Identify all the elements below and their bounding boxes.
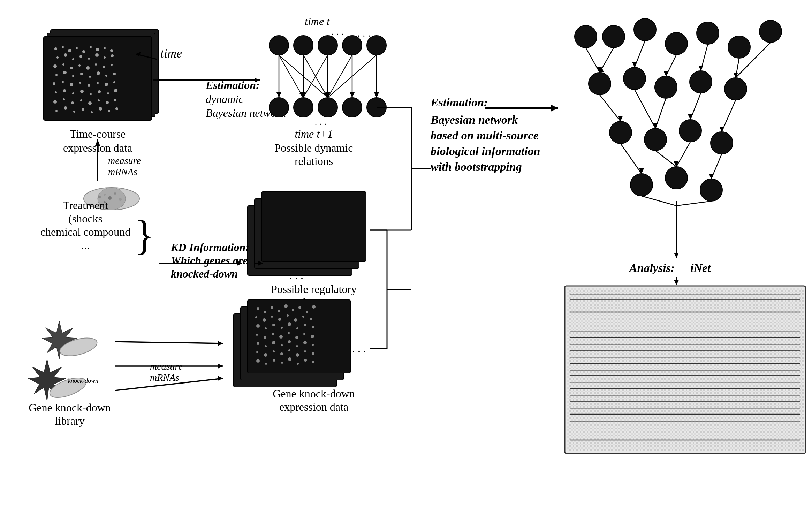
gene-knockdown-exp-label-1: Gene knock-down: [273, 387, 355, 400]
svg-line-110: [586, 48, 600, 73]
svg-line-267: [642, 196, 676, 206]
svg-point-204: [272, 333, 274, 335]
svg-point-3: [54, 47, 57, 50]
svg-point-221: [280, 352, 283, 355]
svg-point-34: [105, 75, 107, 77]
svg-point-232: [304, 359, 307, 362]
svg-point-56: [88, 101, 92, 105]
node-t1-3: [318, 98, 337, 117]
top-nodes-dots: . . .: [357, 27, 371, 39]
dots-expression: . . .: [352, 342, 366, 355]
svg-point-46: [72, 92, 74, 94]
svg-point-16: [88, 58, 90, 60]
svg-point-61: [64, 106, 67, 110]
svg-point-93: [634, 18, 656, 41]
diagram-container: Time-course expression data time Estimat…: [0, 0, 812, 516]
svg-line-132: [621, 144, 642, 174]
large-bn-network: [575, 18, 782, 201]
svg-point-179: [271, 306, 273, 309]
svg-point-41: [97, 82, 99, 84]
svg-marker-171: [218, 364, 223, 369]
svg-point-101: [690, 71, 712, 93]
svg-marker-115: [632, 62, 637, 67]
svg-marker-80: [350, 92, 355, 98]
svg-point-219: [264, 353, 267, 357]
time-t-label: time t: [305, 15, 330, 28]
node-t1: [269, 36, 289, 55]
svg-point-227: [265, 363, 267, 365]
node-t3: [318, 36, 337, 55]
svg-point-197: [281, 327, 283, 329]
svg-point-92: [602, 25, 625, 48]
svg-point-203: [264, 336, 266, 339]
svg-point-217: [312, 344, 314, 346]
gene-knockdown-1: [42, 321, 99, 359]
svg-point-21: [62, 63, 64, 66]
svg-point-99: [623, 67, 646, 90]
svg-line-125: [635, 90, 655, 128]
gene-knockdown-lib-label-1: Gene knock-down: [29, 401, 111, 414]
knocked-down-label: knocked-down: [171, 267, 238, 280]
svg-point-177: [257, 307, 259, 310]
svg-point-108: [665, 167, 688, 189]
svg-point-226: [256, 359, 260, 363]
svg-point-12: [56, 56, 59, 59]
time-course-label: Time-course: [70, 128, 126, 140]
chemical-label: chemical compound: [40, 226, 131, 238]
svg-point-63: [82, 108, 84, 111]
svg-point-60: [55, 110, 58, 112]
svg-point-19: [111, 54, 114, 57]
svg-point-59: [114, 99, 116, 101]
mrnas-bottom-label: mRNAs: [150, 372, 179, 383]
svg-point-195: [265, 327, 267, 329]
svg-point-39: [79, 82, 81, 84]
svg-marker-266: [674, 253, 679, 258]
dynamic-label: dynamic: [206, 93, 243, 105]
svg-point-7: [82, 50, 85, 53]
svg-point-199: [296, 327, 298, 329]
svg-point-98: [589, 73, 611, 95]
svg-point-201: [312, 326, 314, 328]
svg-point-228: [273, 359, 275, 362]
svg-point-17: [95, 53, 99, 57]
svg-point-185: [312, 305, 316, 309]
svg-point-54: [71, 101, 74, 104]
svg-point-32: [89, 76, 91, 78]
svg-point-18: [104, 56, 106, 59]
svg-point-107: [630, 174, 653, 196]
svg-rect-262: [567, 288, 804, 452]
time-t1-label: time t+1: [295, 128, 333, 140]
svg-point-31: [80, 73, 83, 75]
svg-point-216: [303, 341, 307, 344]
svg-marker-131: [719, 127, 724, 132]
svg-point-91: [575, 25, 597, 48]
svg-line-136: [676, 142, 690, 167]
node-t1-4: [342, 98, 362, 117]
svg-point-230: [288, 357, 291, 361]
svg-point-184: [306, 311, 308, 313]
svg-point-40: [88, 84, 90, 87]
svg-point-211: [265, 345, 267, 347]
gene-knockdown-lib-label-2: library: [55, 415, 84, 427]
svg-point-192: [302, 316, 304, 318]
svg-point-180: [278, 310, 280, 312]
svg-point-100: [655, 76, 677, 98]
svg-point-22: [70, 67, 73, 69]
svg-point-58: [106, 101, 109, 104]
svg-point-231: [297, 363, 299, 365]
svg-marker-121: [733, 73, 738, 78]
bn-multisource-label-2: based on multi-source: [431, 129, 539, 142]
svg-marker-129: [688, 114, 693, 120]
gene-knockdown-exp-label-2: expression data: [279, 401, 348, 413]
svg-point-66: [108, 110, 110, 112]
measure-mrnas-label-1: mRNAs: [108, 166, 137, 177]
bracket-close: }: [134, 212, 154, 258]
svg-point-156: [119, 198, 122, 201]
bn-multisource-label-1: Bayesian network: [430, 113, 518, 126]
svg-rect-143: [261, 192, 366, 261]
measure-mrnas-bottom: measure: [150, 361, 183, 372]
svg-point-198: [288, 322, 291, 326]
svg-point-212: [272, 341, 275, 344]
svg-point-30: [72, 75, 74, 77]
svg-marker-82: [374, 92, 379, 98]
